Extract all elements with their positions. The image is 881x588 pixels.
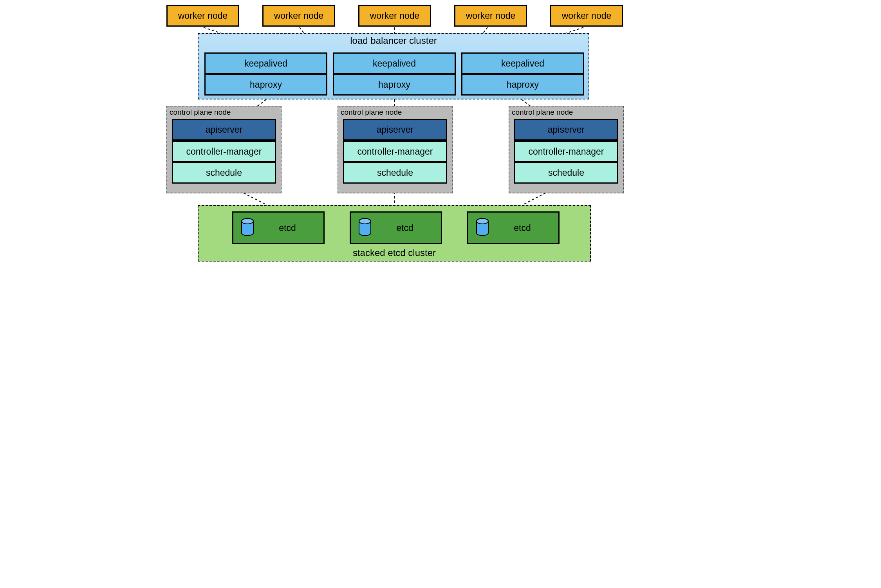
apiserver-box: apiserver xyxy=(172,119,276,141)
schedule-box: schedule xyxy=(343,162,447,184)
svg-point-16 xyxy=(477,218,488,224)
worker-node-label: worker node xyxy=(370,11,420,21)
apiserver-label: apiserver xyxy=(548,124,585,135)
controller-manager-box: controller-manager xyxy=(514,141,618,162)
svg-point-12 xyxy=(242,218,253,224)
etcd-box: etcd xyxy=(232,211,325,244)
etcd-label: etcd xyxy=(396,223,413,233)
haproxy-label: haproxy xyxy=(250,79,282,90)
schedule-label: schedule xyxy=(548,168,584,178)
load-balancer-title: load balancer cluster xyxy=(199,34,589,48)
haproxy-box: haproxy xyxy=(204,74,327,96)
etcd-box: etcd xyxy=(467,211,560,244)
etcd-label: etcd xyxy=(514,223,531,233)
load-balancer-node: keepalived haproxy xyxy=(204,52,327,96)
apiserver-box: apiserver xyxy=(343,119,447,141)
haproxy-box: haproxy xyxy=(461,74,584,96)
worker-node: worker node xyxy=(262,5,335,27)
database-icon xyxy=(475,218,489,238)
apiserver-label: apiserver xyxy=(206,124,243,135)
load-balancer-cluster: load balancer cluster keepalived haproxy… xyxy=(198,33,589,99)
load-balancer-node: keepalived haproxy xyxy=(461,52,584,96)
control-plane-title: control plane node xyxy=(341,108,402,117)
keepalived-box: keepalived xyxy=(333,52,456,74)
schedule-label: schedule xyxy=(206,168,242,178)
worker-node-label: worker node xyxy=(178,11,228,21)
controller-manager-box: controller-manager xyxy=(343,141,447,162)
keepalived-box: keepalived xyxy=(204,52,327,74)
etcd-label: etcd xyxy=(279,223,296,233)
controller-manager-label: controller-manager xyxy=(528,146,604,157)
worker-node: worker node xyxy=(358,5,431,27)
control-plane-title: control plane node xyxy=(512,108,573,117)
control-plane-node: control plane node apiserver controller-… xyxy=(338,106,453,193)
controller-manager-label: controller-manager xyxy=(186,146,262,157)
keepalived-label: keepalived xyxy=(244,58,287,69)
svg-point-14 xyxy=(359,218,371,224)
worker-node: worker node xyxy=(550,5,623,27)
database-icon xyxy=(358,218,372,238)
worker-node: worker node xyxy=(166,5,239,27)
apiserver-label: apiserver xyxy=(377,124,414,135)
haproxy-label: haproxy xyxy=(378,79,410,90)
etcd-cluster: etcd etcd etcd stacked etcd cluster xyxy=(198,205,591,262)
control-plane-node: control plane node apiserver controller-… xyxy=(166,106,282,193)
worker-node-label: worker node xyxy=(274,11,324,21)
keepalived-label: keepalived xyxy=(501,58,544,69)
worker-node-label: worker node xyxy=(562,11,612,21)
load-balancer-node: keepalived haproxy xyxy=(333,52,456,96)
database-icon xyxy=(240,218,255,238)
worker-node: worker node xyxy=(454,5,527,27)
schedule-box: schedule xyxy=(172,162,276,184)
haproxy-label: haproxy xyxy=(507,79,539,90)
worker-node-label: worker node xyxy=(466,11,516,21)
etcd-box: etcd xyxy=(350,211,442,244)
haproxy-box: haproxy xyxy=(333,74,456,96)
etcd-cluster-title: stacked etcd cluster xyxy=(199,247,590,258)
schedule-box: schedule xyxy=(514,162,618,184)
schedule-label: schedule xyxy=(377,168,413,178)
keepalived-label: keepalived xyxy=(373,58,416,69)
apiserver-box: apiserver xyxy=(514,119,618,141)
controller-manager-box: controller-manager xyxy=(172,141,276,162)
control-plane-node: control plane node apiserver controller-… xyxy=(509,106,624,193)
keepalived-box: keepalived xyxy=(461,52,584,74)
controller-manager-label: controller-manager xyxy=(357,146,433,157)
control-plane-title: control plane node xyxy=(170,108,231,117)
